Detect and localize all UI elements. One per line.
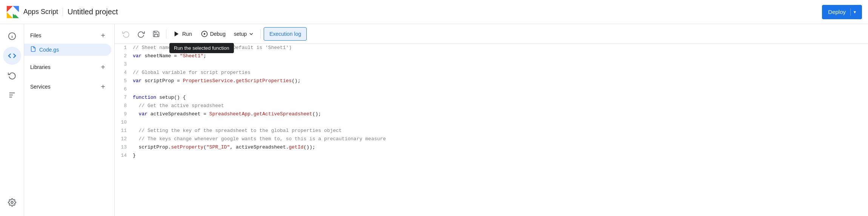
deploy-chevron-icon: ▾	[854, 9, 856, 15]
table-row: 5 var scriptProp = PropertiesService.get…	[115, 77, 868, 85]
deploy-label: Deploy	[828, 9, 846, 15]
table-row: 10	[115, 118, 868, 127]
files-label: Files	[30, 32, 41, 38]
toolbar-divider-1	[166, 29, 166, 38]
header: Apps Script Untitled project Deploy ▾	[0, 0, 868, 24]
add-file-button[interactable]: +	[98, 30, 108, 41]
table-row: 7 function setup() {	[115, 93, 868, 102]
line-content: // Get the active spreadsheet	[133, 102, 868, 110]
table-row: 14 }	[115, 152, 868, 160]
table-row: 13 scriptProp.setProperty("SPR_ID", acti…	[115, 143, 868, 152]
icon-nav	[0, 24, 24, 216]
line-content	[133, 85, 868, 93]
file-icon	[30, 46, 36, 54]
line-content: function setup() {	[133, 93, 868, 102]
apps-script-logo	[6, 5, 20, 19]
sidebar-services-section: Services +	[24, 78, 114, 95]
function-name: setup	[234, 31, 247, 37]
run-btn-wrapper: Run Run the selected function	[169, 27, 196, 41]
line-content	[133, 60, 868, 69]
svg-point-8	[11, 201, 13, 204]
main-layout: Files + Code.gs Libraries + Services +	[0, 24, 868, 216]
redo-button[interactable]	[134, 27, 148, 41]
nav-icon-triggers[interactable]	[3, 86, 21, 104]
table-row: 11 // Setting the key of the spreadsheet…	[115, 127, 868, 135]
nav-icon-settings[interactable]	[3, 193, 21, 211]
line-number: 1	[115, 44, 133, 52]
line-content: // The keys change whenever google wants…	[133, 135, 868, 143]
line-number: 13	[115, 143, 133, 152]
table-row: 2 var sheetName = "Sheet1";	[115, 52, 868, 60]
line-content: }	[133, 152, 868, 160]
sidebar-files-section: Files +	[24, 27, 114, 44]
line-number: 4	[115, 69, 133, 77]
deploy-button[interactable]: Deploy ▾	[822, 5, 862, 19]
toolbar-divider-2	[260, 29, 261, 38]
run-label: Run	[182, 31, 192, 37]
line-content: var activeSpreadsheet = SpreadsheetApp.g…	[133, 110, 868, 118]
nav-icon-info[interactable]	[3, 27, 21, 45]
editor-area: Run Run the selected function Debug setu…	[115, 24, 868, 216]
project-name: Untitled project	[63, 8, 118, 16]
line-number: 7	[115, 93, 133, 102]
sidebar-libraries-section: Libraries +	[24, 59, 114, 75]
line-number: 8	[115, 102, 133, 110]
function-selector[interactable]: setup	[231, 29, 257, 38]
nav-icon-history[interactable]	[3, 66, 21, 84]
logo-area: Apps Script	[6, 5, 58, 19]
toolbar: Run Run the selected function Debug setu…	[115, 24, 868, 44]
line-content: // Global variable for script properties	[133, 69, 868, 77]
line-number: 5	[115, 77, 133, 85]
line-content: var sheetName = "Sheet1";	[133, 52, 868, 60]
table-row: 6	[115, 85, 868, 93]
line-content: scriptProp.setProperty("SPR_ID", activeS…	[133, 143, 868, 152]
line-number: 11	[115, 127, 133, 135]
line-number: 6	[115, 85, 133, 93]
svg-marker-11	[204, 33, 206, 35]
line-number: 14	[115, 152, 133, 160]
function-dropdown-icon	[248, 31, 254, 37]
table-row: 1 // Sheet name in the spreadsheet (Defa…	[115, 44, 868, 52]
line-number: 10	[115, 118, 133, 127]
run-button[interactable]: Run	[169, 27, 196, 41]
add-library-button[interactable]: +	[98, 62, 108, 72]
debug-button[interactable]: Debug	[197, 27, 229, 41]
nav-icon-code[interactable]	[3, 47, 21, 65]
file-name: Code.gs	[39, 47, 59, 53]
table-row: 8 // Get the active spreadsheet	[115, 102, 868, 110]
line-content: var scriptProp = PropertiesService.getSc…	[133, 77, 868, 85]
table-row: 4 // Global variable for script properti…	[115, 69, 868, 77]
execution-log-label: Execution log	[269, 31, 301, 37]
line-number: 2	[115, 52, 133, 60]
line-number: 9	[115, 110, 133, 118]
line-content	[133, 118, 868, 127]
services-label: Services	[30, 84, 51, 90]
undo-button[interactable]	[119, 27, 133, 41]
save-button[interactable]	[149, 27, 163, 41]
table-row: 3	[115, 60, 868, 69]
libraries-label: Libraries	[30, 64, 51, 70]
svg-marker-9	[175, 31, 179, 37]
deploy-divider	[850, 8, 851, 16]
code-editor[interactable]: 1 // Sheet name in the spreadsheet (Defa…	[115, 44, 868, 216]
table-row: 9 var activeSpreadsheet = SpreadsheetApp…	[115, 110, 868, 118]
file-item-code-gs[interactable]: Code.gs	[24, 44, 111, 56]
execution-log-button[interactable]: Execution log	[264, 27, 307, 41]
line-number: 3	[115, 60, 133, 69]
table-row: 12 // The keys change whenever google wa…	[115, 135, 868, 143]
line-number: 12	[115, 135, 133, 143]
line-content: // Setting the key of the spreadsheet to…	[133, 127, 868, 135]
debug-label: Debug	[210, 31, 226, 37]
line-content: // Sheet name in the spreadsheet (Defaul…	[133, 44, 868, 52]
sidebar: Files + Code.gs Libraries + Services +	[24, 24, 115, 216]
add-service-button[interactable]: +	[98, 81, 108, 92]
app-name: Apps Script	[23, 8, 58, 16]
